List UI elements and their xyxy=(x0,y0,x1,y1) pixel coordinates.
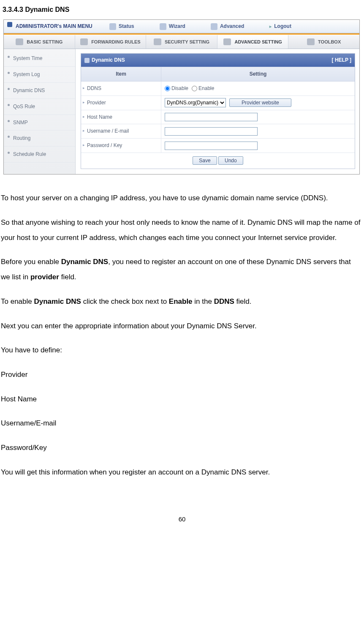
para-define: You have to define: xyxy=(1,343,361,358)
tab-basic-setting[interactable]: BASIC SETTING xyxy=(4,35,75,49)
text: click the check box next to xyxy=(81,297,169,305)
tab-forwarding-rules[interactable]: FORWARDING RULES xyxy=(75,35,147,49)
column-headers: Item Setting xyxy=(81,67,355,82)
bold-enable: Enable xyxy=(169,297,193,305)
help-link[interactable]: [ HELP ] xyxy=(332,55,351,65)
provider-select[interactable]: DynDNS.org(Dynamic) xyxy=(165,98,226,107)
sidebar: System Time System Log Dynamic DNS QoS R… xyxy=(4,49,76,174)
nav-logout[interactable]: ▸Logout xyxy=(269,22,291,31)
nav-label: Wizard xyxy=(169,22,185,31)
arrow-icon: ▸ xyxy=(269,22,272,30)
label-ddns: DDNS xyxy=(81,82,161,95)
bold-dynamic-dns: Dynamic DNS xyxy=(34,297,81,305)
radio-disable[interactable] xyxy=(165,86,170,91)
advanced-tab-icon xyxy=(223,38,231,45)
action-row: Save Undo xyxy=(81,153,355,169)
sidebar-item-schedule-rule[interactable]: Schedule Rule xyxy=(4,147,75,163)
para-intro-2: So that anyone wishing to reach your hos… xyxy=(1,215,361,245)
page-number: 60 xyxy=(0,513,364,526)
password-input[interactable] xyxy=(165,142,258,150)
nav-advanced[interactable]: Advanced xyxy=(211,22,244,31)
tab-label: TOOLBOX xyxy=(318,38,341,46)
radio-enable-label: Enable xyxy=(198,84,214,93)
forwarding-icon xyxy=(80,38,88,45)
bold-provider: provider xyxy=(30,273,59,281)
label-password: Password / Key xyxy=(81,139,161,153)
basic-icon xyxy=(16,38,23,45)
para-to-enable: To enable Dynamic DNS click the check bo… xyxy=(1,294,361,309)
sidebar-item-qos-rule[interactable]: QoS Rule xyxy=(4,99,75,115)
text: in the xyxy=(193,297,214,305)
text: To enable xyxy=(1,297,34,305)
tab-bar: BASIC SETTING FORWARDING RULES SECURITY … xyxy=(4,35,359,49)
panel-icon xyxy=(84,58,90,63)
security-icon xyxy=(154,38,161,45)
dynamic-dns-panel: Dynamic DNS [ HELP ] Item Setting DDNS D… xyxy=(81,53,355,169)
panel-title: Dynamic DNS xyxy=(92,57,125,63)
radio-disable-label: Disable xyxy=(171,84,188,93)
tab-label: FORWARDING RULES xyxy=(91,38,141,46)
username-input[interactable] xyxy=(165,127,258,136)
list-hostname: Host Name xyxy=(1,392,361,407)
label-provider: Provider xyxy=(81,96,161,110)
col-setting: Setting xyxy=(161,67,355,81)
status-icon xyxy=(109,23,116,30)
wizard-icon xyxy=(160,23,166,30)
provider-website-button[interactable]: Provider website xyxy=(229,98,291,107)
para-get-info: You will get this information when you r… xyxy=(1,465,361,480)
label-hostname: Host Name xyxy=(81,110,161,124)
list-provider: Provider xyxy=(1,367,361,382)
bold-ddns: DDNS xyxy=(214,297,234,305)
main-area: System Time System Log Dynamic DNS QoS R… xyxy=(4,49,359,174)
content-panel-wrap: Dynamic DNS [ HELP ] Item Setting DDNS D… xyxy=(76,49,359,174)
nav-status[interactable]: Status xyxy=(109,22,134,31)
para-before-enable: Before you enable Dynamic DNS, you need … xyxy=(1,254,361,284)
top-nav-items: Status Wizard Advanced ▸Logout xyxy=(109,22,291,31)
row-password: Password / Key xyxy=(81,139,355,153)
tab-advanced-setting[interactable]: ADVANCED SETTING xyxy=(217,35,289,49)
radio-enable-wrap[interactable]: Enable xyxy=(192,84,214,93)
sidebar-item-routing[interactable]: Routing xyxy=(4,131,75,147)
tab-security-setting[interactable]: SECURITY SETTING xyxy=(146,35,217,49)
text: field. xyxy=(59,273,76,281)
top-nav-bar: ADMINISTRATOR's MAIN MENU Status Wizard … xyxy=(4,20,359,33)
panel-header: Dynamic DNS [ HELP ] xyxy=(81,54,355,67)
row-ddns: DDNS Disable Enable xyxy=(81,82,355,96)
row-hostname: Host Name xyxy=(81,110,355,125)
radio-enable[interactable] xyxy=(192,86,197,91)
col-item: Item xyxy=(81,67,161,81)
tab-toolbox[interactable]: TOOLBOX xyxy=(288,35,359,49)
value-password xyxy=(161,140,355,152)
text: Before you enable xyxy=(1,258,61,266)
document-body: To host your server on a changing IP add… xyxy=(0,174,364,480)
section-heading: 3.3.4.3 Dynamic DNS xyxy=(3,3,364,16)
radio-disable-wrap[interactable]: Disable xyxy=(165,84,188,93)
advanced-icon xyxy=(211,23,217,30)
row-provider: Provider DynDNS.org(Dynamic) Provider we… xyxy=(81,96,355,110)
value-ddns: Disable Enable xyxy=(161,82,355,95)
label-username: Username / E-mail xyxy=(81,124,161,138)
sidebar-item-system-time[interactable]: System Time xyxy=(4,51,75,67)
sidebar-item-snmp[interactable]: SNMP xyxy=(4,115,75,131)
nav-label: Advanced xyxy=(220,22,244,31)
bold-dynamic-dns: Dynamic DNS xyxy=(61,258,108,266)
undo-button[interactable]: Undo xyxy=(218,156,243,165)
hostname-input[interactable] xyxy=(165,113,258,121)
router-admin-screenshot: ADMINISTRATOR's MAIN MENU Status Wizard … xyxy=(3,19,360,174)
admin-menu-label: ADMINISTRATOR's MAIN MENU xyxy=(4,22,109,31)
save-button[interactable]: Save xyxy=(193,156,217,165)
nav-label: Status xyxy=(119,22,134,31)
toolbox-icon xyxy=(307,38,315,45)
value-hostname xyxy=(161,111,355,123)
nav-wizard[interactable]: Wizard xyxy=(160,22,185,31)
text: field. xyxy=(234,297,252,305)
value-provider: DynDNS.org(Dynamic) Provider website xyxy=(161,96,355,109)
row-username: Username / E-mail xyxy=(81,124,355,139)
tab-label: ADVANCED SETTING xyxy=(234,38,282,46)
para-intro-1: To host your server on a changing IP add… xyxy=(1,191,361,206)
list-password: Password/Key xyxy=(1,440,361,455)
tab-label: BASIC SETTING xyxy=(27,38,62,46)
sidebar-item-dynamic-dns[interactable]: Dynamic DNS xyxy=(4,83,75,99)
sidebar-item-system-log[interactable]: System Log xyxy=(4,67,75,83)
nav-label: Logout xyxy=(274,22,291,31)
